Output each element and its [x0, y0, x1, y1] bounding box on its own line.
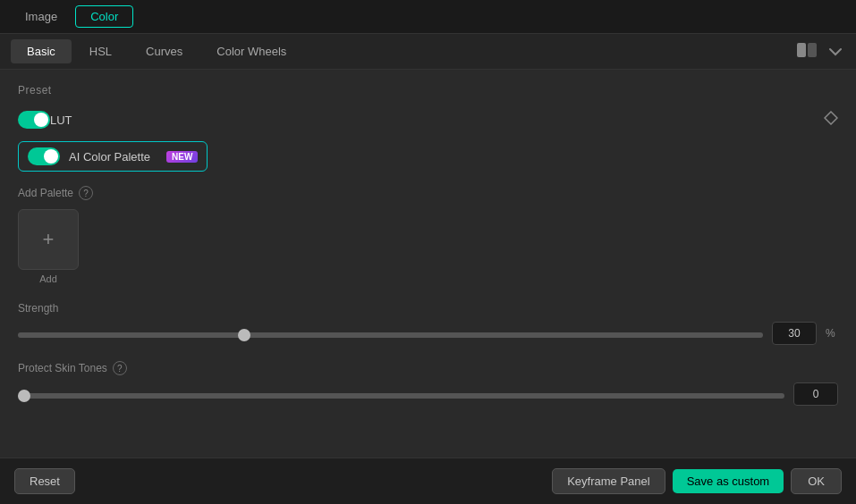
- add-palette-info-icon[interactable]: ?: [79, 186, 93, 200]
- ai-palette-toggle-track[interactable]: [28, 147, 60, 165]
- bottom-right: Keyframe Panel Save as custom OK: [552, 468, 842, 494]
- svg-rect-1: [808, 43, 817, 57]
- ok-button[interactable]: OK: [791, 468, 842, 494]
- add-palette-box[interactable]: +: [18, 209, 79, 270]
- tab-hsl[interactable]: HSL: [73, 39, 128, 63]
- strength-section: Strength 30 %: [18, 302, 838, 345]
- reset-button[interactable]: Reset: [14, 468, 75, 494]
- top-bar: Image Color: [0, 0, 856, 34]
- add-palette-box-label: Add: [18, 273, 79, 284]
- add-palette-item[interactable]: + Add: [18, 209, 79, 284]
- preset-label: Preset: [18, 84, 838, 97]
- tab-curves[interactable]: Curves: [130, 39, 199, 63]
- lut-toggle-track[interactable]: [18, 111, 50, 129]
- ai-palette-toggle-thumb: [44, 149, 58, 164]
- protect-skin-tones-info-icon[interactable]: ?: [113, 361, 127, 375]
- keyframe-panel-button[interactable]: Keyframe Panel: [552, 468, 665, 494]
- save-custom-button[interactable]: Save as custom: [673, 469, 784, 493]
- lut-toggle-thumb: [34, 113, 48, 127]
- svg-marker-2: [825, 112, 837, 124]
- ai-palette-toggle[interactable]: [28, 147, 60, 165]
- strength-slider[interactable]: [18, 332, 763, 338]
- svg-rect-0: [797, 43, 806, 57]
- protect-skin-tones-slider[interactable]: [18, 393, 784, 399]
- plus-icon: +: [43, 230, 55, 249]
- add-palette-label: Add Palette: [18, 187, 73, 199]
- bottom-left: Reset: [14, 468, 75, 494]
- color-tab-btn[interactable]: Color: [75, 5, 133, 28]
- tab-icons: [793, 41, 845, 63]
- ai-palette-label: AI Color Palette: [69, 150, 150, 164]
- strength-unit: %: [826, 327, 838, 340]
- bottom-bar: Reset Keyframe Panel Save as custom OK: [0, 458, 856, 504]
- tab-basic[interactable]: Basic: [11, 39, 72, 63]
- protect-skin-tones-value: 0: [813, 388, 819, 400]
- image-tab-btn[interactable]: Image: [11, 6, 72, 27]
- strength-slider-row: 30 %: [18, 322, 838, 345]
- protect-skin-tones-slider-row: 0: [18, 382, 838, 406]
- protect-skin-tones-section: Protect Skin Tones ? 0: [18, 361, 838, 406]
- chevron-down-icon[interactable]: [826, 42, 845, 62]
- strength-value-box: 30: [772, 322, 817, 345]
- ai-color-palette-row: AI Color Palette NEW: [18, 141, 208, 172]
- diamond-icon[interactable]: [824, 111, 838, 129]
- protect-skin-tones-label: Protect Skin Tones: [18, 362, 107, 374]
- strength-label: Strength: [18, 302, 838, 315]
- lut-row: LUT: [18, 107, 838, 132]
- palette-grid: + Add: [18, 209, 838, 284]
- protect-skin-tones-value-box: 0: [793, 382, 838, 406]
- lut-label: LUT: [50, 113, 824, 127]
- strength-value: 30: [788, 327, 800, 340]
- split-view-icon[interactable]: [793, 41, 820, 63]
- add-palette-row: Add Palette ?: [18, 186, 838, 200]
- lut-toggle[interactable]: [18, 111, 50, 129]
- new-badge: NEW: [166, 151, 198, 163]
- tab-color-wheels[interactable]: Color Wheels: [200, 39, 302, 63]
- main-content: Preset LUT AI Color Palette NEW Ad: [0, 70, 856, 458]
- tab-row: Basic HSL Curves Color Wheels: [0, 34, 856, 70]
